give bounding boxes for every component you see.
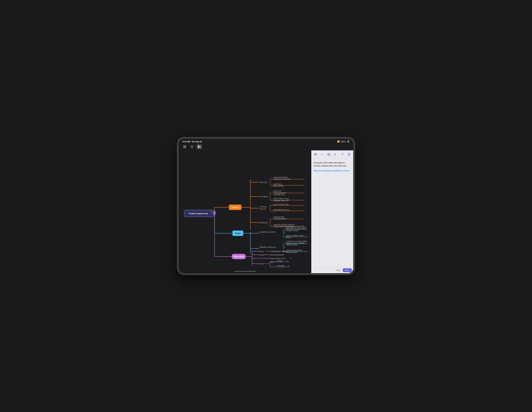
snowflake-icon-button[interactable] bbox=[313, 152, 318, 157]
svg-rect-1 bbox=[185, 146, 186, 147]
svg-text:cheap equipment,: cheap equipment, bbox=[274, 192, 286, 194]
hashtag-button[interactable]: # bbox=[333, 152, 338, 157]
svg-text:▶: ▶ bbox=[292, 251, 294, 252]
svg-text:Nespresso Aeroccino: Nespresso Aeroccino bbox=[260, 231, 276, 233]
svg-text:Chocolate: Chocolate bbox=[277, 265, 285, 267]
svg-text:Blendtec Frothing Jar: Blendtec Frothing Jar bbox=[260, 246, 276, 248]
svg-text:well, great if you don't have : well, great if you don't have an bbox=[286, 228, 307, 230]
svg-point-130 bbox=[214, 211, 215, 213]
arrow-button[interactable] bbox=[347, 152, 352, 157]
svg-point-135 bbox=[321, 154, 322, 155]
svg-text:hard to make in small: hard to make in small bbox=[274, 198, 289, 200]
scroll-indicator bbox=[234, 271, 256, 272]
svg-text:#: # bbox=[334, 153, 336, 156]
svg-text:spices: spices bbox=[259, 250, 264, 252]
svg-text:▶: ▶ bbox=[290, 258, 292, 259]
svg-rect-5 bbox=[191, 147, 193, 147]
svg-text:−: − bbox=[272, 200, 273, 202]
svg-text:syrups: syrups bbox=[259, 254, 264, 256]
svg-text:small, works for warm milk as: small, works for warm milk as bbox=[286, 226, 306, 228]
svg-text:servings at once, incredible: servings at once, incredible bbox=[286, 242, 304, 244]
svg-text:+: + bbox=[285, 241, 285, 243]
svg-text:−: − bbox=[285, 252, 285, 254]
svg-text:needs an espresso maschine,: needs an espresso maschine, bbox=[274, 224, 295, 226]
svg-text:saline solution (1:4): saline solution (1:4) bbox=[270, 258, 285, 259]
filter-button[interactable] bbox=[340, 152, 345, 157]
svg-text:stable microfoam: stable microfoam bbox=[286, 244, 298, 246]
svg-rect-8 bbox=[199, 146, 200, 148]
svg-text:over ice: over ice bbox=[260, 208, 266, 210]
svg-text:−: − bbox=[272, 227, 273, 228]
svg-text:+: + bbox=[285, 227, 285, 229]
svg-text:emphasizes floral notes: emphasizes floral notes bbox=[274, 178, 291, 180]
svg-rect-2 bbox=[183, 147, 184, 148]
svg-text:Chemex: Chemex bbox=[260, 206, 266, 208]
sidebar-view-button[interactable] bbox=[196, 144, 202, 149]
svg-text:Seasoning: Seasoning bbox=[234, 255, 244, 258]
panel-content: A popular iced coffee beverage in Greece… bbox=[311, 159, 353, 267]
image-button[interactable] bbox=[326, 152, 332, 157]
status-time: 9:41 AM bbox=[182, 140, 190, 143]
svg-text:espresso machine: espresso machine bbox=[286, 230, 299, 231]
svg-text:others: others bbox=[259, 263, 263, 265]
svg-text:espresso taste,: espresso taste, bbox=[274, 216, 285, 218]
svg-text:Freddo Cappuccino: Freddo Cappuccino bbox=[189, 212, 208, 215]
svg-text:▶: ▶ bbox=[288, 265, 289, 267]
svg-text:Coffee: Coffee bbox=[232, 206, 238, 209]
grid-view-button[interactable] bbox=[182, 144, 188, 149]
notes-tab[interactable]: Notes bbox=[343, 268, 352, 272]
svg-rect-3 bbox=[185, 147, 186, 148]
svg-point-136 bbox=[322, 154, 323, 155]
list-view-button[interactable] bbox=[189, 144, 195, 149]
right-panel: # A popular iced c bbox=[311, 150, 353, 273]
svg-text:quantities, takes 24h+: quantities, takes 24h+ bbox=[274, 200, 289, 202]
svg-text:−: − bbox=[285, 237, 285, 239]
wifi-icon: 📶 bbox=[337, 140, 340, 143]
svg-text:+: + bbox=[272, 177, 273, 178]
svg-text:controlled dillution: controlled dillution bbox=[274, 218, 287, 220]
svg-text:+: + bbox=[272, 190, 273, 192]
status-bar: 9:41 AM Tue Sep 15 📶 100% 🔋 bbox=[179, 139, 353, 143]
panel-description: A popular iced coffee beverage in Greece… bbox=[314, 161, 351, 167]
svg-text:▶: ▶ bbox=[287, 260, 288, 262]
svg-text:great summer taste,: great summer taste, bbox=[274, 176, 288, 178]
svg-rect-7 bbox=[198, 146, 199, 148]
svg-rect-4 bbox=[191, 146, 193, 146]
status-date: Tue Sep 15 bbox=[192, 140, 202, 143]
mindmap-area[interactable]: Freddo Cappuccino + Coffee Sl bbox=[179, 150, 311, 273]
panel-tabs: Tags Notes bbox=[311, 267, 353, 273]
svg-text:blendtec blender: blendtec blender bbox=[286, 251, 297, 253]
svg-text:Kaffeegewürz Aladins: Kaffeegewürz Aladins bbox=[270, 250, 287, 252]
panel-link[interactable]: https://en.wikipedia.org/wiki/Iced_coffe… bbox=[314, 169, 351, 172]
svg-text:prone to problems, takes a: prone to problems, takes a bbox=[286, 235, 304, 236]
svg-text:Foam: Foam bbox=[235, 232, 241, 234]
svg-text:minute: minute bbox=[286, 236, 291, 238]
svg-rect-0 bbox=[183, 146, 184, 147]
svg-point-15 bbox=[214, 213, 215, 214]
svg-text:big machinery: big machinery bbox=[274, 185, 284, 187]
battery-icon: 🔋 bbox=[347, 140, 350, 143]
svg-text:+: + bbox=[272, 203, 273, 205]
more-options-button[interactable] bbox=[320, 152, 325, 157]
toolbar bbox=[179, 143, 353, 150]
svg-text:Shakerato: Shakerato bbox=[260, 222, 268, 224]
svg-text:earl grey flavored!: earl grey flavored! bbox=[270, 254, 284, 256]
main-content: Freddo Cappuccino + Coffee Sl bbox=[179, 150, 353, 273]
svg-text:quick, classical notes: quick, classical notes bbox=[274, 203, 289, 205]
svg-text:▶: ▶ bbox=[264, 254, 265, 256]
svg-text:Slow Drip: Slow Drip bbox=[260, 181, 267, 183]
svg-text:easy to do,: easy to do, bbox=[274, 190, 282, 192]
tags-tab[interactable]: Tags bbox=[334, 268, 342, 272]
ipad-frame: 9:41 AM Tue Sep 15 📶 100% 🔋 bbox=[177, 137, 355, 275]
svg-text:▶: ▶ bbox=[284, 246, 285, 248]
svg-text:Bitters: Bitters bbox=[270, 261, 275, 263]
svg-point-137 bbox=[323, 154, 323, 155]
svg-text:+: + bbox=[272, 216, 273, 218]
svg-text:expensive AND needs a: expensive AND needs a bbox=[286, 249, 302, 251]
svg-text:Orange: Orange bbox=[277, 260, 283, 262]
svg-text:takes hours,: takes hours, bbox=[274, 183, 283, 185]
svg-text:chocolate notes: chocolate notes bbox=[274, 194, 285, 196]
svg-text:Cold Brew: Cold Brew bbox=[260, 196, 268, 197]
svg-text:gets dilluted by the ice: gets dilluted by the ice bbox=[274, 209, 290, 211]
svg-text:▶: ▶ bbox=[284, 231, 285, 233]
